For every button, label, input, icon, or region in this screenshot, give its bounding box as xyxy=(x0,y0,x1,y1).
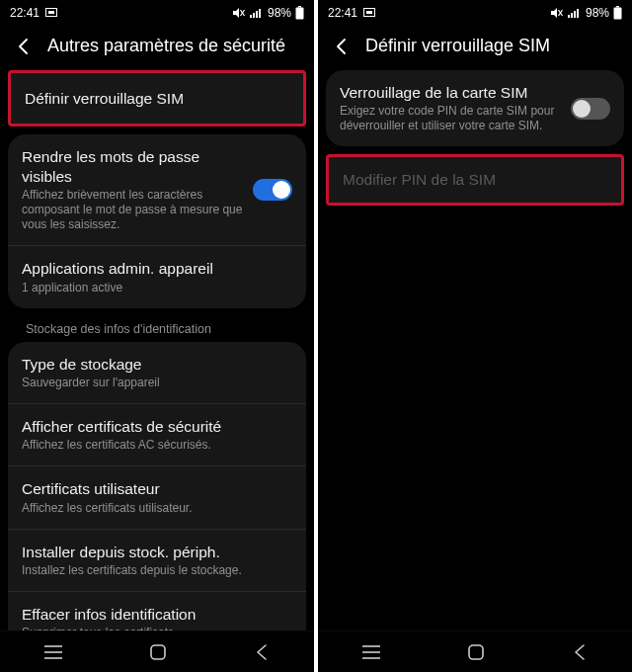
row-title: Effacer infos identification xyxy=(22,605,292,624)
row-title: Type de stockage xyxy=(22,355,292,374)
battery-icon xyxy=(295,6,304,20)
row-sim-card-lock[interactable]: Verrouillage de la carte SIM Exigez votr… xyxy=(326,70,624,146)
svg-rect-19 xyxy=(571,13,573,18)
svg-rect-15 xyxy=(366,11,372,14)
home-icon[interactable] xyxy=(149,643,167,661)
row-subtitle: Installez les certificats depuis le stoc… xyxy=(22,563,292,578)
row-subtitle: Affichez brièvement les caractères compo… xyxy=(22,188,243,232)
mute-icon xyxy=(232,7,246,19)
row-title: Définir verrouillage SIM xyxy=(25,89,289,108)
status-time: 22:41 xyxy=(328,6,357,20)
svg-rect-4 xyxy=(250,15,252,18)
status-time: 22:41 xyxy=(10,6,40,20)
row-show-certificates[interactable]: Afficher certificats de sécurité Affiche… xyxy=(8,404,306,466)
toggle-sim-lock[interactable] xyxy=(571,98,610,120)
svg-rect-1 xyxy=(48,11,54,14)
svg-rect-7 xyxy=(259,9,261,18)
row-subtitle: Affichez les certificats utilisateur. xyxy=(22,501,292,516)
svg-rect-27 xyxy=(469,645,483,659)
recents-icon[interactable] xyxy=(43,644,63,660)
settings-list: Verrouillage de la carte SIM Exigez votr… xyxy=(318,70,632,630)
header: Autres paramètres de sécurité xyxy=(0,26,314,70)
svg-rect-20 xyxy=(574,11,576,18)
status-bar: 22:41 98% xyxy=(318,0,632,26)
svg-rect-22 xyxy=(616,6,619,8)
home-icon[interactable] xyxy=(467,643,485,661)
svg-rect-23 xyxy=(614,8,622,20)
header: Définir verrouillage SIM xyxy=(318,26,632,70)
svg-rect-6 xyxy=(256,11,258,18)
mute-icon xyxy=(550,7,564,19)
nav-back-icon[interactable] xyxy=(253,643,271,661)
nav-bar xyxy=(318,630,632,672)
nav-back-icon[interactable] xyxy=(571,643,589,661)
row-user-certificates[interactable]: Certificats utilisateur Affichez les cer… xyxy=(8,466,306,529)
svg-rect-5 xyxy=(253,13,255,18)
toggle-password-visible[interactable] xyxy=(253,179,292,201)
row-erase-credentials[interactable]: Effacer infos identification Supprimer t… xyxy=(8,592,306,630)
row-title: Applications admin. appareil xyxy=(22,259,292,278)
section-header-storage: Stockage des infos d'identification xyxy=(8,318,306,342)
row-define-sim-lock[interactable]: Définir verrouillage SIM xyxy=(11,73,303,124)
row-change-sim-pin[interactable]: Modifier PIN de la SIM xyxy=(329,157,621,202)
row-subtitle: Supprimer tous les certificats. xyxy=(22,626,292,630)
row-title: Modifier PIN de la SIM xyxy=(343,170,607,189)
svg-rect-9 xyxy=(296,8,304,20)
row-title: Verrouillage de la carte SIM xyxy=(340,83,561,102)
screenshot-icon xyxy=(45,8,57,19)
battery-percent: 98% xyxy=(586,6,609,20)
card-change-pin: Modifier PIN de la SIM xyxy=(326,154,624,205)
status-bar: 22:41 98% xyxy=(0,0,314,26)
row-title: Rendre les mots de passe visibles xyxy=(22,147,243,186)
signal-icon xyxy=(250,8,264,18)
page-title: Autres paramètres de sécurité xyxy=(47,36,285,56)
row-subtitle: Exigez votre code PIN de carte SIM pour … xyxy=(340,104,561,133)
page-title: Définir verrouillage SIM xyxy=(365,36,550,56)
recents-icon[interactable] xyxy=(361,644,381,660)
phone-right: 22:41 98% Définir verrouillage SIM Verro… xyxy=(318,0,632,672)
row-subtitle: 1 application active xyxy=(22,281,292,295)
nav-bar xyxy=(0,630,314,672)
svg-rect-18 xyxy=(568,15,570,18)
back-icon[interactable] xyxy=(14,37,34,56)
row-title: Certificats utilisateur xyxy=(22,479,292,498)
row-subtitle: Sauvegarder sur l'appareil xyxy=(22,376,292,390)
card-credential-storage: Type de stockage Sauvegarder sur l'appar… xyxy=(8,342,306,631)
svg-rect-8 xyxy=(298,6,301,8)
row-subtitle: Affichez les certificats AC sécurisés. xyxy=(22,438,292,453)
screenshot-icon xyxy=(363,8,375,19)
row-password-visible[interactable]: Rendre les mots de passe visibles Affich… xyxy=(8,134,306,246)
card-sim-lock: Définir verrouillage SIM xyxy=(8,70,306,126)
card-security-options: Rendre les mots de passe visibles Affich… xyxy=(8,134,306,307)
battery-percent: 98% xyxy=(268,6,291,20)
back-icon[interactable] xyxy=(332,37,352,56)
row-title: Afficher certificats de sécurité xyxy=(22,417,292,436)
row-storage-type[interactable]: Type de stockage Sauvegarder sur l'appar… xyxy=(8,342,306,404)
row-install-from-storage[interactable]: Installer depuis stock. périph. Installe… xyxy=(8,530,306,592)
settings-list: Définir verrouillage SIM Rendre les mots… xyxy=(0,70,314,630)
svg-rect-21 xyxy=(577,9,579,18)
svg-rect-13 xyxy=(151,645,165,659)
row-admin-apps[interactable]: Applications admin. appareil 1 applicati… xyxy=(8,246,306,307)
card-sim-lock-setting: Verrouillage de la carte SIM Exigez votr… xyxy=(326,70,624,146)
row-title: Installer depuis stock. périph. xyxy=(22,543,292,561)
phone-left: 22:41 98% Autres paramètres de sécurité … xyxy=(0,0,314,672)
battery-icon xyxy=(613,6,622,20)
signal-icon xyxy=(568,8,582,18)
